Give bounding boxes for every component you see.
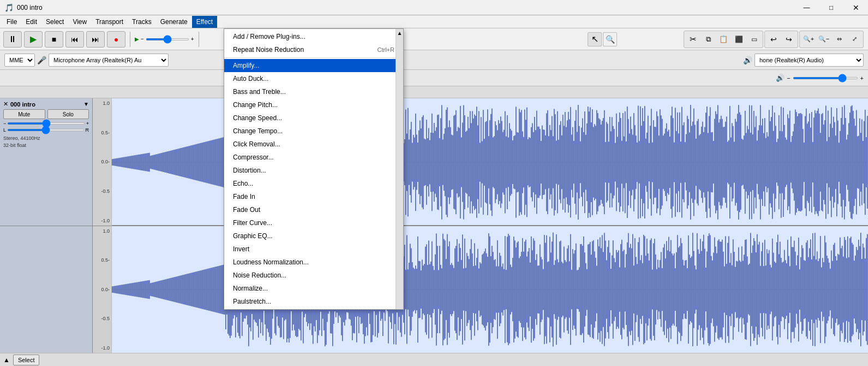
track1-mute-solo: Mute Solo — [3, 109, 89, 119]
dropdown-item-19[interactable]: Normalize... — [224, 282, 403, 295]
track1-mute-button[interactable]: Mute — [3, 109, 45, 119]
window-controls: — □ ✕ — [794, 0, 868, 15]
scale-upper: 1.0 0.5- 0.0- -0.5 -1.0 — [93, 98, 111, 226]
speaker-gain-section: 🔊 − + — [776, 74, 864, 82]
track1-solo-button[interactable]: Solo — [47, 109, 89, 119]
menu-generate[interactable]: Generate — [156, 16, 192, 28]
track1-name-row: ✕ 000 intro ▼ — [3, 101, 89, 108]
cut-button[interactable]: ✂ — [686, 32, 700, 46]
menu-transport[interactable]: Transport — [91, 16, 128, 28]
cursor-tool[interactable]: ↖ — [588, 32, 602, 46]
menu-effect[interactable]: Effect — [192, 16, 217, 28]
track1-pan-row: L R — [3, 127, 89, 133]
dropdown-item-9[interactable]: Compressor... — [224, 151, 403, 164]
dropdown-item-2[interactable]: Amplify... — [224, 59, 403, 72]
dropdown-item-14[interactable]: Filter Curve... — [224, 216, 403, 229]
gain-toolbar: 🎤 − + 🔊 − + — [0, 70, 868, 86]
dropdown-item-18[interactable]: Noise Reduction... — [224, 269, 403, 282]
speaker-gain-plus: + — [860, 75, 864, 81]
dropdown-item-4[interactable]: Bass and Treble... — [224, 85, 403, 98]
minimize-button[interactable]: — — [794, 0, 819, 15]
zoom-in-button[interactable]: 🔍+ — [801, 32, 816, 46]
edit-tools: ↖ 🔍 — [588, 32, 617, 46]
skip-back-button[interactable]: ⏮ — [65, 31, 84, 48]
track2-control — [0, 226, 92, 353]
dropdown-item-3[interactable]: Auto Duck... — [224, 72, 403, 85]
track1-gain-slider[interactable] — [7, 122, 85, 125]
dropdown-item-shortcut-1: Ctrl+R — [378, 46, 394, 53]
bottom-toolbar: ▲ Select — [0, 353, 868, 366]
dropdown-item-15[interactable]: Graphic EQ... — [224, 229, 403, 243]
close-button[interactable]: ✕ — [843, 0, 868, 15]
dropdown-item-label-6: Change Speed... — [233, 114, 282, 122]
play-button[interactable]: ▶ — [24, 31, 43, 48]
trim-button[interactable]: ⬛ — [732, 32, 746, 46]
dropdown-item-label-0: Add / Remove Plug-ins... — [233, 33, 306, 40]
dropdown-item-label-20: Paulstretch... — [233, 298, 271, 305]
fit-zoom-button[interactable]: ⇔ — [832, 32, 846, 46]
dropdown-scrollbar[interactable]: ▲ — [396, 29, 403, 309]
app-icon: 🎵 — [4, 3, 14, 12]
playback-gain-slider[interactable] — [146, 38, 189, 40]
zoom-tool[interactable]: 🔍 — [603, 32, 617, 46]
scale-neg-0-5: -0.5 — [101, 188, 110, 194]
track1-dropdown-icon[interactable]: ▼ — [83, 101, 89, 107]
dropdown-item-6[interactable]: Change Speed... — [224, 111, 403, 125]
dropdown-item-13[interactable]: Fade Out — [224, 203, 403, 216]
track1-close-icon[interactable]: ✕ — [3, 101, 8, 108]
maximize-button[interactable]: □ — [819, 0, 843, 15]
dropdown-item-12[interactable]: Fade In — [224, 190, 403, 203]
copy-button[interactable]: ⧉ — [701, 32, 715, 46]
dropdown-item-label-19: Normalize... — [233, 285, 268, 292]
pause-button[interactable]: ⏸ — [3, 31, 22, 48]
dropdown-item-label-3: Auto Duck... — [233, 75, 268, 82]
menu-view[interactable]: View — [68, 16, 91, 28]
dropdown-item-1[interactable]: Repeat Noise ReductionCtrl+R — [224, 43, 403, 56]
menu-edit[interactable]: Edit — [21, 16, 41, 28]
track1-pan-slider[interactable] — [7, 129, 84, 131]
skip-fwd-button[interactable]: ⏭ — [86, 31, 105, 48]
dropdown-item-16[interactable]: Invert — [224, 243, 403, 256]
dropdown-item-10[interactable]: Distortion... — [224, 164, 403, 177]
dropdown-item-label-8: Click Removal... — [233, 140, 280, 148]
scale-column: 1.0 0.5- 0.0- -0.5 -1.0 1.0 0.5- 0.0- -0… — [93, 98, 112, 353]
menu-select[interactable]: Select — [41, 16, 68, 28]
speaker-gain-slider[interactable] — [793, 77, 858, 79]
track1-gain-plus: + — [86, 121, 89, 126]
track-panel: ✕ 000 intro ▼ Mute Solo − + L R Stereo, … — [0, 98, 93, 353]
dropdown-item-17[interactable]: Loudness Normalization... — [224, 256, 403, 269]
dropdown-item-label-11: Echo... — [233, 180, 253, 187]
dropdown-item-5[interactable]: Change Pitch... — [224, 98, 403, 111]
dropdown-item-label-4: Bass and Treble... — [233, 88, 286, 96]
ruler-area: 30 45 1:0 — [93, 86, 868, 98]
dropdown-items-container: Add / Remove Plug-ins...Repeat Noise Red… — [224, 30, 403, 308]
host-selector[interactable]: MME — [4, 54, 35, 67]
scale-1-0: 1.0 — [103, 101, 110, 106]
main-track-area: ✕ 000 intro ▼ Mute Solo − + L R Stereo, … — [0, 98, 868, 353]
silence-button[interactable]: ▭ — [747, 32, 761, 46]
paste-button[interactable]: 📋 — [716, 32, 731, 46]
edit-buttons-group: ✂ ⧉ 📋 ⬛ ▭ — [684, 31, 763, 48]
dropdown-item-7[interactable]: Change Tempo... — [224, 125, 403, 138]
stop-button[interactable]: ■ — [45, 31, 63, 48]
bottom-arrow-icon[interactable]: ▲ — [3, 356, 10, 364]
menu-tracks[interactable]: Tracks — [128, 16, 156, 28]
select-tool-button[interactable]: Select — [13, 355, 40, 365]
output-device-selector[interactable]: hone (Realtek(R) Audio) — [755, 54, 864, 67]
menu-bar: File Edit Select View Transport Tracks G… — [0, 15, 868, 28]
redo-button[interactable]: ↪ — [782, 32, 796, 46]
dropdown-item-8[interactable]: Click Removal... — [224, 138, 403, 151]
undo-redo-group: ↩ ↪ — [764, 31, 798, 48]
record-button[interactable]: ● — [107, 31, 125, 48]
scale2-neg-1-0: -1.0 — [101, 345, 110, 351]
dropdown-item-20[interactable]: Paulstretch... — [224, 295, 403, 308]
zoom-toggle-button[interactable]: ⤢ — [847, 32, 861, 46]
dropdown-item-0[interactable]: Add / Remove Plug-ins... — [224, 30, 403, 43]
right-edit-toolbar: ✂ ⧉ 📋 ⬛ ▭ ↩ ↪ 🔍+ 🔍− ⇔ ⤢ — [684, 31, 868, 48]
undo-button[interactable]: ↩ — [767, 32, 781, 46]
zoom-out-button[interactable]: 🔍− — [817, 32, 831, 46]
dropdown-item-11[interactable]: Echo... — [224, 177, 403, 190]
playback-gain-group: ▶ − + — [135, 36, 194, 42]
menu-file[interactable]: File — [2, 16, 21, 28]
input-device-selector[interactable]: Microphone Array (Realtek(R) Au — [49, 54, 169, 67]
